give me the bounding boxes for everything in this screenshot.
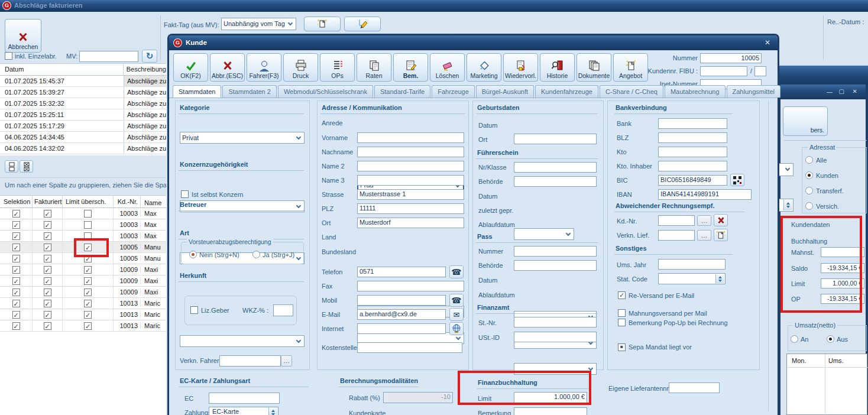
spinner-arrows-icon[interactable]	[715, 274, 724, 283]
abw-verkn-new-button[interactable]	[714, 229, 728, 241]
limit-uebersch-checkbox[interactable]: ✓	[84, 311, 92, 319]
sepa-checkbox[interactable]: ■	[618, 343, 626, 351]
bank-input[interactable]	[658, 118, 727, 129]
plz-input[interactable]: 11111	[357, 203, 464, 214]
limit-uebersch-checkbox[interactable]: ✓	[84, 266, 92, 274]
bic-input[interactable]: BIC06516849849	[658, 175, 727, 186]
abw-verkn-browse-button[interactable]: …	[697, 230, 711, 241]
marketing-button[interactable]: Marketing	[467, 53, 501, 82]
radio-aus[interactable]	[827, 335, 834, 343]
tab[interactable]: Fahrzeuge	[432, 85, 475, 98]
selection-row[interactable]: ✓ ✓ 10003 Max	[0, 231, 166, 242]
tab[interactable]: Webmodul/Schlüsselschrank	[278, 85, 373, 98]
bem-button[interactable]: Bem.	[393, 53, 428, 82]
selection-row[interactable]: ✓ ✓ ✓ 10009 Maxi	[0, 287, 166, 298]
log-row[interactable]: 04.06.2025 14:34:45 Abschläge zu	[0, 132, 166, 143]
fakturiert-checkbox[interactable]: ✓	[44, 221, 51, 229]
mobil-dial-button[interactable]: ☎	[449, 294, 464, 307]
fax-input[interactable]	[357, 281, 464, 291]
kto-inhaber-input[interactable]	[658, 161, 727, 171]
selection-row[interactable]: ✓ ✓ ✓ 10013 Maric	[0, 320, 166, 332]
panel-titlebar[interactable]: — ▢ ✕	[780, 85, 866, 99]
log-row[interactable]: 01.07.2025 15:25:11 Abschläge zu	[0, 109, 166, 121]
radio-an[interactable]	[791, 335, 798, 343]
mv-input[interactable]	[79, 51, 138, 62]
fakturiert-checkbox[interactable]: ✓	[44, 322, 51, 330]
spinner-arrows-icon[interactable]	[783, 200, 792, 210]
fibu-input-2[interactable]	[754, 66, 766, 76]
pass-nummer-input[interactable]	[514, 246, 597, 257]
limit-uebersch-checkbox[interactable]: ✓	[84, 244, 92, 251]
stnr-input[interactable]	[514, 317, 597, 328]
fakturiert-checkbox[interactable]: ✓	[44, 311, 51, 319]
fs-behoerde-input[interactable]	[514, 176, 597, 187]
bic-lookup-button[interactable]	[730, 174, 744, 186]
log-row[interactable]: 04.06.2025 14:32:02 Abschläge zu	[0, 143, 166, 154]
fakturiert-checkbox[interactable]: ✓	[44, 266, 51, 274]
statcode-spinbox[interactable]	[658, 273, 726, 284]
limit-uebersch-checkbox[interactable]	[84, 210, 92, 218]
radio-transferf[interactable]	[805, 187, 813, 194]
selection-row[interactable]: ✓ ✓ ✓ 10009 Maxi	[0, 264, 166, 275]
log-col-datum[interactable]: Datum	[0, 64, 124, 75]
tab[interactable]: Mautabrechnung	[665, 85, 726, 98]
historie-button[interactable]: Historie	[540, 53, 575, 82]
radio-ja-label[interactable]: Ja (Strg+J)	[263, 251, 294, 258]
iban-input[interactable]: IBAN541414989191	[658, 189, 752, 200]
radio-an-label[interactable]: An	[801, 336, 808, 343]
verkn-fahrer-browse-button[interactable]: …	[281, 355, 292, 367]
wkz-input[interactable]	[273, 304, 293, 316]
col-selektion[interactable]: Selektion	[0, 196, 33, 208]
app-titlebar[interactable]: G Abschläge fakturieren	[0, 0, 868, 12]
selektion-checkbox[interactable]: ✓	[12, 232, 20, 240]
abw-kdnr-browse-button[interactable]: …	[697, 215, 711, 226]
pass-behoerde-input[interactable]	[514, 260, 597, 271]
log-col-beschreibung[interactable]: Beschreibung	[124, 64, 166, 75]
email-input[interactable]: a.bernhard@cx9.de	[357, 309, 446, 320]
partial-spinbox[interactable]	[777, 199, 793, 212]
selection-row[interactable]: ✓ ✓ ✓ 10009 Maxi	[0, 275, 166, 287]
kategorie-select[interactable]: Privat	[180, 132, 305, 144]
abw-verkn-input[interactable]	[658, 230, 695, 241]
tab[interactable]: Kundenfahrzeuge	[535, 85, 598, 98]
verkn-fahrer-input[interactable]	[219, 355, 281, 367]
fakturiert-checkbox[interactable]: ✓	[44, 210, 51, 218]
limit-uebersch-checkbox[interactable]	[84, 232, 92, 240]
druck-button[interactable]: Druck	[283, 53, 318, 82]
deselect-all-button[interactable]	[20, 160, 33, 173]
abbrechen-button[interactable]: Abbrechen	[5, 19, 41, 53]
name2-input[interactable]	[357, 161, 464, 171]
geburts-datum-select[interactable]	[514, 228, 574, 240]
herkunft-select[interactable]	[180, 335, 305, 347]
tab[interactable]: Stammdaten	[173, 85, 221, 98]
name3-input[interactable]	[357, 175, 464, 186]
limit-uebersch-checkbox[interactable]: ✓	[84, 322, 92, 330]
selektion-checkbox[interactable]: ✓	[12, 221, 20, 229]
fakturiert-checkbox[interactable]: ✓	[44, 300, 51, 307]
geburts-ort-input[interactable]	[514, 134, 597, 144]
fs-nr-input[interactable]	[514, 162, 597, 173]
log-row[interactable]: 01.07.2025 15:32:32 Abschläge zu	[0, 98, 166, 109]
nachname-input[interactable]	[357, 147, 464, 157]
radio-nein[interactable]	[189, 251, 197, 258]
tab[interactable]: Standard-Tarife	[374, 85, 430, 98]
log-row[interactable]: 01.07.2025 15:45:37 Abschläge zu	[0, 76, 166, 87]
reversand-checkbox[interactable]: ✓	[618, 291, 626, 299]
dialog-titlebar[interactable]: G Kunde ✕	[169, 35, 778, 50]
close-icon[interactable]: ✕	[765, 38, 770, 47]
radio-kunden-label[interactable]: Kunden	[816, 172, 838, 179]
col-kdnr[interactable]: Kd.-Nr.	[114, 196, 141, 208]
col-name[interactable]: Name	[141, 197, 166, 206]
zahlungsart-spinbox[interactable]: EC-Karte	[209, 407, 278, 415]
fibu-input[interactable]	[700, 66, 747, 76]
close-icon[interactable]: ✕	[853, 89, 857, 95]
limit-uebersch-checkbox[interactable]	[84, 221, 92, 229]
fakturiert-checkbox[interactable]: ✓	[44, 288, 51, 296]
fakturiert-checkbox[interactable]: ✓	[44, 277, 51, 285]
selektion-checkbox[interactable]: ✓	[12, 288, 20, 296]
ops-button[interactable]: OPs	[320, 53, 355, 82]
loeschen-button[interactable]: Löschen	[430, 53, 465, 82]
ustid-input[interactable]	[514, 332, 597, 342]
selektion-checkbox[interactable]: ✓	[12, 266, 20, 274]
telefon-dial-button[interactable]: ☎	[449, 265, 464, 278]
